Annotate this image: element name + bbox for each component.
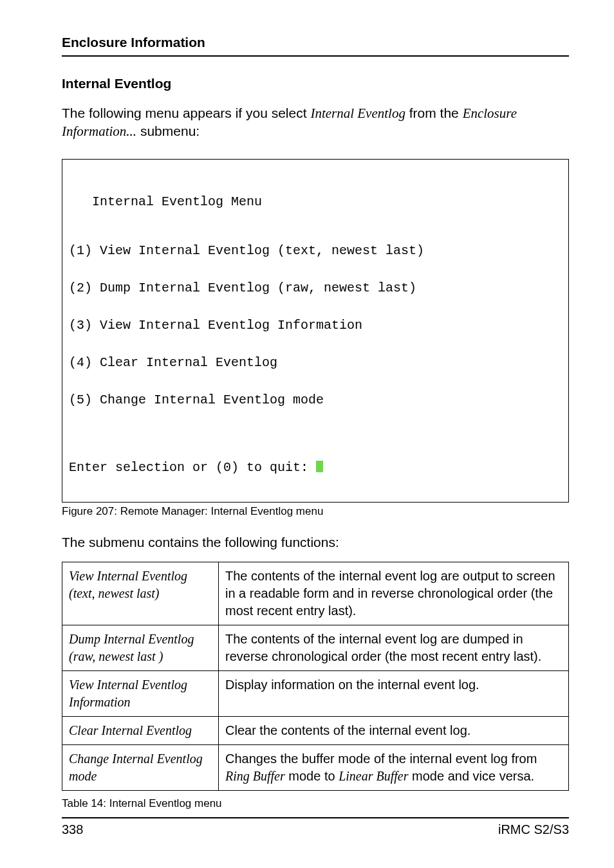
intro-mid: from the bbox=[405, 106, 463, 120]
terminal-line: (3) View Internal Eventlog Information bbox=[69, 316, 562, 335]
functions-table: View Internal Eventlog (text, newest las… bbox=[62, 562, 569, 791]
table-row: Clear Internal Eventlog Clear the conten… bbox=[62, 716, 569, 744]
table-row: View Internal Eventlog (text, newest las… bbox=[62, 562, 569, 625]
terminal-line: (5) Change Internal Eventlog mode bbox=[69, 391, 562, 409]
intro-prefix: The following menu appears if you select bbox=[62, 106, 310, 120]
row-desc: Clear the contents of the internal event… bbox=[219, 716, 569, 744]
terminal-prompt: Enter selection or (0) to quit: bbox=[69, 460, 316, 475]
table-row: Change Internal Eventlog mode Changes th… bbox=[62, 744, 569, 790]
intro-paragraph: The following menu appears if you select… bbox=[62, 104, 569, 141]
page-header-title: Enclosure Information bbox=[62, 35, 569, 50]
table-caption: Table 14: Internal Eventlog menu bbox=[62, 797, 569, 810]
desc-suffix: mode and vice versa. bbox=[409, 769, 535, 783]
intro-suffix: submenu: bbox=[136, 124, 200, 138]
row-desc: The contents of the internal event log a… bbox=[219, 562, 569, 625]
terminal-box: Internal Eventlog Menu (1) View Internal… bbox=[62, 159, 569, 503]
terminal-line: (4) Clear Internal Eventlog bbox=[69, 353, 562, 372]
row-label: View Internal Eventlog (text, newest las… bbox=[62, 562, 219, 625]
desc-italic-2: Linear Buffer bbox=[339, 769, 408, 783]
figure-caption: Figure 207: Remote Manager: Internal Eve… bbox=[62, 505, 569, 518]
row-desc: Display information on the internal even… bbox=[219, 670, 569, 716]
desc-prefix: Changes the buffer mode of the internal … bbox=[225, 752, 537, 766]
row-label: View Internal Eventlog Information bbox=[62, 670, 219, 716]
product-name: iRMC S2/S3 bbox=[498, 822, 569, 837]
intro-italic-1: Internal Eventlog bbox=[310, 106, 405, 121]
terminal-title: Internal Eventlog Menu bbox=[92, 192, 562, 211]
footer-rule bbox=[62, 817, 569, 818]
page-footer: 338 iRMC S2/S3 bbox=[62, 817, 569, 837]
row-label: Dump Internal Eventlog (raw, newest last… bbox=[62, 625, 219, 670]
table-row: View Internal Eventlog Information Displ… bbox=[62, 670, 569, 716]
table-row: Dump Internal Eventlog (raw, newest last… bbox=[62, 625, 569, 670]
section-heading: Internal Eventlog bbox=[62, 76, 569, 91]
row-label: Change Internal Eventlog mode bbox=[62, 744, 219, 790]
desc-italic-1: Ring Buffer bbox=[225, 769, 285, 783]
page-number: 338 bbox=[62, 822, 83, 837]
terminal-line: (1) View Internal Eventlog (text, newest… bbox=[69, 241, 562, 260]
submenu-intro: The submenu contains the following funct… bbox=[62, 535, 569, 550]
desc-mid: mode to bbox=[285, 769, 339, 783]
row-desc: Changes the buffer mode of the internal … bbox=[219, 744, 569, 790]
cursor-icon bbox=[316, 461, 323, 472]
header-rule bbox=[62, 55, 569, 57]
row-desc: The contents of the internal event log a… bbox=[219, 625, 569, 670]
row-label: Clear Internal Eventlog bbox=[62, 716, 219, 744]
terminal-line: (2) Dump Internal Eventlog (raw, newest … bbox=[69, 279, 562, 297]
